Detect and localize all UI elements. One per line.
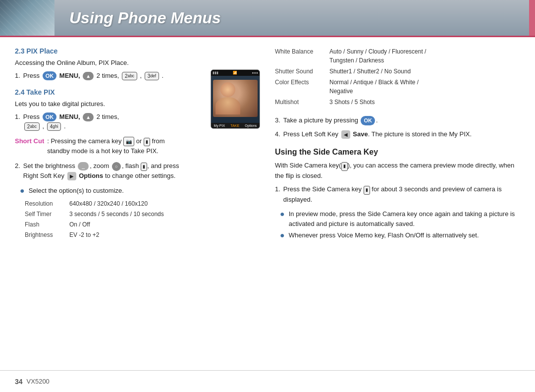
key-2abc-24: 2abc xyxy=(24,122,40,131)
section-24-step1: 1. Press OK MENU, ▲ 2 times, 2abc , 4ghi… xyxy=(15,112,206,131)
step4-list: 4. Press Left Soft Key ◀ Save. The pictu… xyxy=(275,129,520,139)
settings-key-resolution: Resolution xyxy=(25,199,69,208)
brightness-key: ⎯ xyxy=(78,162,89,170)
nav-key: ▲ xyxy=(83,72,94,80)
phone-status-bar: ▮▮▮ 📶 ●●● xyxy=(211,70,260,76)
settings-row-wb: White Balance Auto / Sunny / Cloudy / Fl… xyxy=(275,47,520,65)
settings-table: Resolution 640x480 / 320x240 / 160x120 S… xyxy=(25,199,260,239)
side-steps: 1. Press the Side Camera key ▮ for about… xyxy=(275,184,520,204)
settings-key-multi: Multishot xyxy=(275,98,329,107)
phone-screen xyxy=(213,80,258,117)
step3-item: 3. Take a picture by pressing OK. xyxy=(275,115,520,125)
settings-key-color: Color Effects xyxy=(275,78,329,96)
shortcut-label: Short Cut xyxy=(15,136,44,146)
shortcut-block: Short Cut : Pressing the camera key 📷 or… xyxy=(15,136,260,156)
nav-key-24: ▲ xyxy=(83,113,94,121)
select-options-list: ● Select the option(s) to customize. xyxy=(20,186,260,196)
settings-val-shutter: Shutter1 / Shutter2 / No Sound xyxy=(329,67,411,76)
page-number: 34 xyxy=(15,378,23,386)
page-header: Using Phone Menus xyxy=(0,0,535,36)
header-accent xyxy=(529,0,535,36)
side-step1: 1. Press the Side Camera key ▮ for about… xyxy=(275,184,520,204)
select-options-text: Select the option(s) to customize. xyxy=(29,186,124,196)
settings-val-flash: On / Off xyxy=(69,220,90,229)
side-bullets: ● In preview mode, press the Side Camera… xyxy=(280,209,520,241)
section-24-step2: 2. Set the brightness ⎯, zoom ○, flash ▮… xyxy=(15,161,260,181)
bullet-dot-1: ● xyxy=(20,186,25,196)
settings-val-resolution: 640x480 / 320x240 / 160x120 xyxy=(69,199,148,208)
settings-val-timer: 3 seconds / 5 seconds / 10 seconds xyxy=(69,210,164,219)
model-name: VX5200 xyxy=(27,378,50,385)
settings-key-wb: White Balance xyxy=(275,47,329,65)
settings-val-color: Normal / Antique / Black & White /Negati… xyxy=(329,78,419,96)
take-pix-content: ▮▮▮ 📶 ●●● My PIX TAKE Options Lets you t… xyxy=(15,99,260,131)
side-bullet-1: ● In preview mode, press the Side Camera… xyxy=(280,209,520,228)
settings-row-multi: Multishot 3 Shots / 5 Shots xyxy=(275,98,520,107)
bullet-dot-side2: ● xyxy=(280,230,285,241)
flash-key: ▮ xyxy=(141,163,147,171)
section-23-heading: 2.3 PIX Place xyxy=(15,47,260,55)
select-options-item: ● Select the option(s) to customize. xyxy=(20,186,260,196)
page-title: Using Phone Menus xyxy=(69,9,221,27)
settings-row-shutter: Shutter Sound Shutter1 / Shutter2 / No S… xyxy=(275,67,520,76)
save-softkey: ◀ xyxy=(341,130,350,139)
header-image xyxy=(0,0,54,36)
settings-key-timer: Self Timer xyxy=(25,210,69,219)
section-24-step2-list: 2. Set the brightness ⎯, zoom ○, flash ▮… xyxy=(15,161,260,181)
settings-key-shutter: Shutter Sound xyxy=(275,67,329,76)
phone-toolbar: My PIX TAKE Options xyxy=(211,123,260,128)
settings-val-brightness: EV -2 to +2 xyxy=(69,230,99,239)
bullet-dot-side1: ● xyxy=(280,209,285,228)
step3-list: 3. Take a picture by pressing OK. xyxy=(275,115,520,125)
options-label: Options xyxy=(79,172,103,179)
section-23-intro: Accessing the Online Album, PIX Place. xyxy=(15,58,260,68)
side-cam-key-icon: ▮ xyxy=(341,162,348,171)
phone-image: ▮▮▮ 📶 ●●● My PIX TAKE Options xyxy=(211,69,260,129)
step4-item: 4. Press Left Soft Key ◀ Save. The pictu… xyxy=(275,129,520,139)
settings-row-timer: Self Timer 3 seconds / 5 seconds / 10 se… xyxy=(25,210,260,219)
save-label: Save xyxy=(353,130,368,138)
key-4ghi: 4ghi xyxy=(47,122,61,131)
left-column: 2.3 PIX Place Accessing the Online Album… xyxy=(15,47,260,365)
settings-row-color: Color Effects Normal / Antique / Black &… xyxy=(275,78,520,96)
from-text: from xyxy=(152,137,165,145)
section-24: 2.4 Take PIX ▮▮▮ 📶 ●●● My PIX TAKE xyxy=(15,88,260,239)
side-key-icon: ▮ xyxy=(144,138,150,147)
settings-row-resolution: Resolution 640x480 / 320x240 / 160x120 xyxy=(25,199,260,208)
side-bullet-2: ● Whenever press Voice Memo key, Flash O… xyxy=(280,230,520,241)
settings-val-wb: Auto / Sunny / Cloudy / Fluorescent /Tun… xyxy=(329,47,426,65)
side-camera-heading: Using the Side Camera Key xyxy=(275,148,520,157)
header-title-area: Using Phone Menus xyxy=(54,0,529,36)
key-2abc: 2abc xyxy=(122,72,137,80)
camera-key-icon: 📷 xyxy=(123,137,134,146)
menu-label-24: MENU, xyxy=(59,113,80,120)
options-softkey: ▶ xyxy=(67,172,76,180)
zoom-key: ○ xyxy=(112,162,121,171)
main-content: 2.3 PIX Place Accessing the Online Album… xyxy=(0,37,535,370)
ok-button-step3: OK xyxy=(361,116,375,125)
settings-row-flash: Flash On / Off xyxy=(25,220,260,229)
menu-label: MENU, xyxy=(59,72,80,79)
settings-row-brightness: Brightness EV -2 to +2 xyxy=(25,230,260,239)
side-camera-section: Using the Side Camera Key With Side Came… xyxy=(275,148,520,241)
side-bullet-1-text: In preview mode, press the Side Camera k… xyxy=(289,209,520,228)
right-column: White Balance Auto / Sunny / Cloudy / Fl… xyxy=(275,47,520,365)
side-key-step1: ▮ xyxy=(364,186,370,195)
ok-button-24: OK xyxy=(43,112,57,122)
side-camera-intro: With Side Camera key(▮), you can access … xyxy=(275,161,520,180)
settings-key-brightness: Brightness xyxy=(25,230,69,239)
settings-key-flash: Flash xyxy=(25,220,69,229)
side-bullet-2-text: Whenever press Voice Memo key, Flash On/… xyxy=(289,230,479,241)
settings-table-right: White Balance Auto / Sunny / Cloudy / Fl… xyxy=(275,47,520,107)
page-footer: 34 VX5200 xyxy=(0,370,535,392)
key-3def: 3def xyxy=(145,72,159,80)
phone-photo xyxy=(213,80,258,117)
ok-button-icon: OK xyxy=(43,71,57,81)
settings-val-multi: 3 Shots / 5 Shots xyxy=(329,98,374,107)
